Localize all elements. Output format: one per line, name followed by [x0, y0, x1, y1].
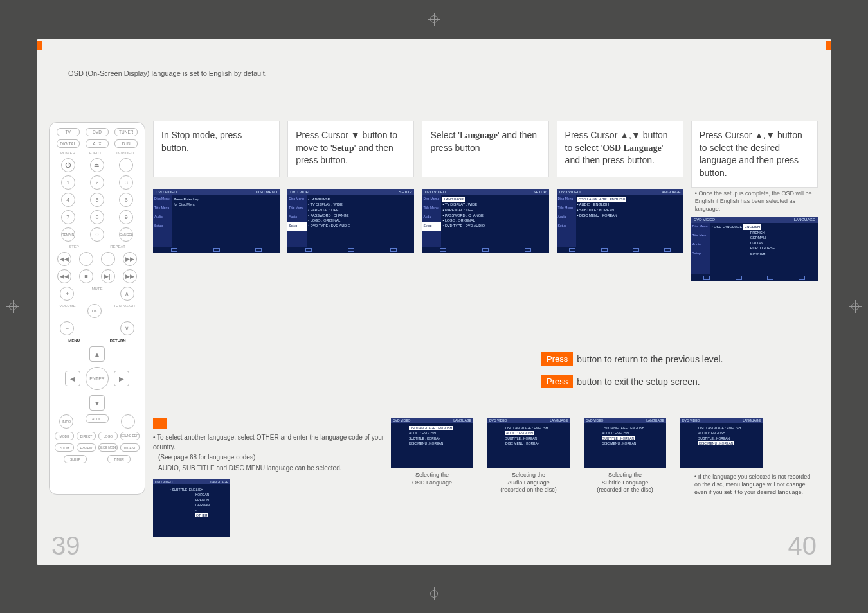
s4-footer [557, 247, 683, 253]
vol-label: VOLUME [59, 304, 75, 318]
src-aux: AUX [86, 139, 109, 148]
s2r1: TV DISPLAY : WIDE [311, 202, 343, 206]
nsr4: GERMAN [170, 502, 228, 508]
step1-screenshot: DVD VIDEODISC MENU Disc Menu Title Menu … [153, 189, 280, 253]
note-l2: (See page 68 for language codes) [153, 453, 384, 463]
skip-next: ▶▶ [123, 252, 137, 266]
src-dvd: DVD [86, 128, 109, 136]
s5l3: ITALIAN [712, 240, 817, 245]
ss3r2: SUBTITLE : KOREAN [698, 436, 760, 441]
s3t0: Select ' [430, 130, 459, 140]
cursor-down-icon: ▼ [89, 395, 105, 411]
ss-1: DVD VIDEOLANGUAGE OSD LANGUAGE : ENGLISH… [487, 418, 570, 494]
s2-sidebar: Disc Menu Title Menu Audio Setup [287, 195, 307, 247]
num-6: 6 [119, 193, 133, 207]
prompt-return: Press button to return to the previous l… [541, 352, 811, 366]
num-7: 7 [61, 210, 75, 224]
s1-content: Press Enter key for Disc Menu [174, 197, 278, 245]
enter-button: ENTER [86, 367, 109, 390]
ss0r3: DISC MENU : KOREAN [409, 441, 471, 446]
step2-screenshot: DVD VIDEOSETUP Disc Menu Title Menu Audi… [287, 189, 414, 253]
ss1r2: SUBTITLE : KOREAN [505, 436, 567, 441]
s4t3: button. [627, 155, 655, 165]
ss1r1: AUDIO : ENGLISH [505, 431, 534, 435]
remain-btn: REMAIN [61, 227, 75, 242]
s2r0: LANGUAGE [311, 197, 330, 201]
ss1r3: DISC MENU : KOREAN [505, 441, 567, 446]
step-4: Press Cursor ▲,▼ button to select 'OSD L… [557, 121, 683, 281]
nsr6: OTHER [195, 513, 208, 517]
intro-text: OSD (On-Screen Display) language is set … [68, 69, 267, 77]
num-4: 4 [61, 193, 75, 207]
note-block: • To select another language, select OTH… [153, 418, 384, 537]
ss3r3: DISC MENU : KOREAN [698, 441, 734, 445]
sb3: Audio [153, 213, 172, 222]
vol-up: + [60, 287, 74, 301]
s2r4: LOGO : ORIGINAL [311, 218, 341, 222]
tvvideo-label: TV/VIDEO [116, 151, 134, 155]
bottom-8: LOGO [98, 432, 118, 440]
s3r4: LOGO : ORIGINAL [445, 218, 475, 222]
s3-content: LANGUAGE • TV DISPLAY : WIDE • PARENTAL … [442, 197, 547, 245]
stop: ■ [79, 269, 93, 283]
bottom-4: ZOOM [55, 443, 74, 452]
mute-label: MUTE [87, 287, 107, 301]
ok-btn: OK [87, 304, 102, 318]
prompt1-text: button to return to the previous level. [577, 354, 723, 364]
remote-illustration: TV DVD TUNER DIGITAL AUX D.IN POWER EJEC… [49, 122, 145, 495]
ss1c1: Selecting the [487, 472, 570, 479]
ns-tr: LANGUAGE [210, 480, 228, 484]
sb2: Title Menu [153, 204, 172, 213]
step-3: Select 'Language' and then press button … [422, 121, 548, 281]
s5l4: PORTUGUESE [712, 245, 817, 251]
step1-t2: button. [161, 143, 189, 153]
cursor-right-icon: ▶ [114, 371, 129, 386]
ns-tl: DVD VIDEO [155, 480, 173, 484]
skip-prev: ◀◀ [57, 252, 71, 266]
ss0r2: SUBTITLE : KOREAN [409, 436, 471, 441]
s2-t1: Setup [332, 143, 354, 153]
bottom-6: SLIDE MODE [98, 443, 118, 452]
manual-spread: OSD (On-Screen Display) language is set … [37, 39, 831, 565]
s1-tr: DISC MENU [256, 190, 278, 194]
s3-footer [422, 247, 548, 253]
s3r1: TV DISPLAY : WIDE [445, 202, 477, 206]
ss3-shot: DVD VIDEOLANGUAGE OSD LANGUAGE : ENGLISH… [680, 418, 763, 468]
footer-note: • If the language you selected is not re… [694, 473, 811, 496]
note-l1: • To select another language, select OTH… [153, 433, 384, 452]
nsr3: FRENCH [170, 497, 228, 502]
note-screenshot: DVD VIDEOLANGUAGE • SUBTITLE ENGLISH KOR… [153, 479, 230, 537]
step3-screenshot: DVD VIDEOSETUP Disc Menu Title Menu Audi… [422, 189, 548, 253]
nsr1: ENGLISH [189, 488, 203, 492]
ss1r0: OSD LANGUAGE : ENGLISH [505, 425, 567, 431]
eject-label: EJECT [89, 151, 102, 155]
vol-down: − [60, 321, 74, 335]
s4r3: DISC MENU : KOREAN [579, 213, 617, 217]
s4-tl: DVD VIDEO [559, 190, 581, 194]
play-pause [79, 252, 93, 266]
audio-btn: AUDIO [86, 414, 109, 423]
s2-footer [287, 247, 414, 253]
num-2: 2 [90, 175, 104, 190]
s3t3: button [455, 143, 480, 153]
ss3r0: OSD LANGUAGE : ENGLISH [698, 425, 760, 431]
num-9: 9 [119, 210, 133, 224]
s2-tr: SETUP [399, 190, 411, 194]
tuning-label: TUNING/CH [113, 304, 134, 318]
s1-sidebar: Disc Menu Title Menu Audio Setup [153, 195, 172, 247]
footer-note-text: If the language you selected is not reco… [694, 474, 810, 495]
s4r2: SUBTITLE : KOREAN [579, 208, 614, 212]
s5-sidebar: Disc Menu Title Menu Audio Setup [691, 223, 710, 274]
prompt2-text: button to exit the setup screen. [577, 377, 700, 387]
s2-tl: DVD VIDEO [290, 190, 311, 194]
press-label-1: Press [541, 352, 573, 366]
s5-tl: DVD VIDEO [694, 218, 715, 222]
press-label-2: Press [541, 375, 573, 388]
ss1-shot: DVD VIDEOLANGUAGE OSD LANGUAGE : ENGLISH… [487, 418, 570, 468]
s5l1: FRENCH [712, 230, 817, 235]
bottom-1: DIRECT [77, 432, 96, 440]
ss2r3: DISC MENU : KOREAN [602, 441, 664, 446]
ss2c1: Selecting the [584, 472, 666, 479]
s4r1: AUDIO : ENGLISH [579, 202, 609, 206]
page-number-left: 39 [51, 531, 80, 560]
